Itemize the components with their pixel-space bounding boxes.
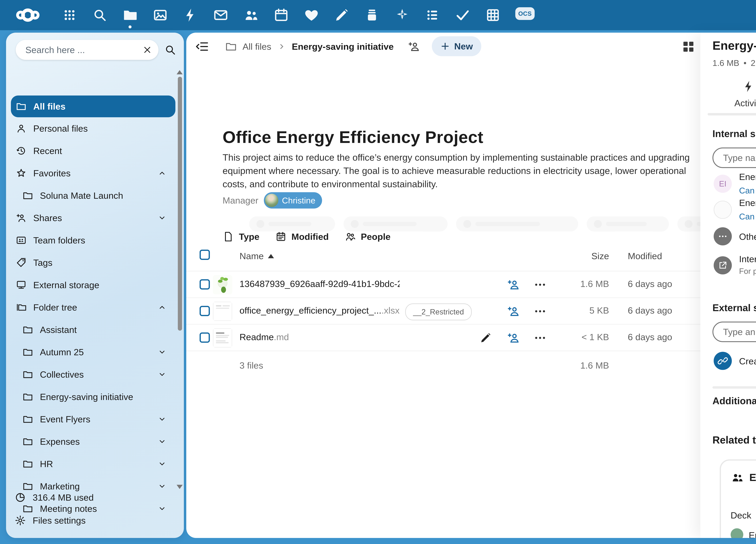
sidebar-item-event-flyers[interactable]: Event Flyers (11, 408, 175, 430)
file-modified: 6 days ago (628, 278, 672, 289)
column-size[interactable]: Size (536, 251, 609, 261)
internal-link-subtitle: For people who already have access (739, 267, 756, 275)
sidebar-item-label: Shares (33, 213, 62, 223)
file-row-readme[interactable]: Readme.md < 1 KB 6 days ago (186, 324, 704, 351)
search-app-icon[interactable] (92, 7, 108, 23)
details-title: Energy-saving initiative (712, 39, 756, 53)
breadcrumb-current[interactable]: Energy-saving initiative (292, 41, 394, 52)
calendar-app-icon[interactable] (273, 7, 289, 23)
share-add-icon[interactable] (507, 304, 520, 318)
others-label: Others with access (739, 232, 756, 242)
tasks-app-icon[interactable] (425, 7, 440, 23)
share-add-icon[interactable] (507, 331, 520, 344)
chevron-up-icon[interactable] (157, 168, 167, 178)
ghost-chip (249, 217, 335, 232)
manager-chip[interactable]: Christine (264, 192, 322, 209)
photos-app-icon[interactable] (152, 7, 168, 23)
chevron-down-icon[interactable] (157, 459, 167, 469)
row-checkbox[interactable] (200, 306, 210, 316)
filter-type[interactable]: Type (223, 231, 259, 243)
row-checkbox[interactable] (200, 279, 210, 289)
file-row-xlsx[interactable]: office_energy_efficiency_project_....xls… (186, 297, 704, 324)
nextcloud-logo-icon[interactable] (15, 6, 41, 24)
sidebar-item-autumn-25[interactable]: Autumn 25 (11, 341, 175, 363)
tables-app-icon[interactable] (485, 7, 501, 23)
search-submit-icon[interactable] (164, 44, 177, 56)
tag-icon (16, 257, 27, 268)
filter-modified[interactable]: Modified (275, 231, 329, 243)
edit-pencil-icon[interactable] (479, 331, 492, 344)
chevron-down-icon[interactable] (157, 213, 167, 223)
sidebar-item-team-folders[interactable]: Team folders (11, 229, 175, 252)
column-name[interactable]: Name (240, 251, 274, 261)
sidebar-item-soluna-mate-launch[interactable]: Soluna Mate Launch (11, 184, 175, 207)
sidebar-item-hr[interactable]: HR (11, 453, 175, 475)
share-folder-icon[interactable] (408, 40, 420, 53)
filter-people[interactable]: People (344, 231, 391, 243)
folder-icon (22, 414, 33, 425)
tab-activity[interactable]: Activity (709, 80, 756, 108)
approvals-app-icon[interactable] (455, 7, 471, 23)
sidebar: All files Personal files Recent Favorite… (6, 33, 184, 538)
chevron-down-icon[interactable] (157, 481, 167, 491)
sidebar-scrollbar[interactable] (178, 77, 182, 331)
chevron-down-icon[interactable] (157, 347, 167, 357)
deck-app-icon[interactable] (364, 7, 380, 23)
related-card-item-label: Energy Efficiency Project (749, 530, 756, 538)
sidebar-scroll-up[interactable] (177, 70, 183, 74)
share-add-icon[interactable] (507, 278, 520, 291)
chevron-down-icon[interactable] (157, 414, 167, 424)
mail-app-icon[interactable] (213, 7, 229, 23)
breadcrumb-root[interactable]: All files (243, 41, 271, 52)
sidebar-item-personal-files[interactable]: Personal files (11, 117, 175, 140)
files-app-icon[interactable] (122, 7, 138, 23)
activity-app-icon[interactable] (183, 7, 198, 23)
column-modified[interactable]: Modified (628, 251, 662, 261)
sidebar-item-energy-saving-initiative[interactable]: Energy-saving initiative (11, 386, 175, 408)
sidebar-item-all-files[interactable]: All files (11, 96, 175, 117)
sidebar-scroll-down[interactable] (177, 485, 183, 489)
gear-icon (15, 515, 26, 526)
chevron-down-icon[interactable] (157, 370, 167, 379)
assistant-app-icon[interactable] (394, 7, 410, 23)
row-checkbox[interactable] (200, 332, 210, 343)
sidebar-search (16, 40, 158, 60)
contacts-app-icon[interactable] (243, 7, 259, 23)
select-all-checkbox[interactable] (200, 250, 210, 260)
share-permission-dropdown[interactable]: Can edit (739, 186, 756, 196)
file-row-jpg[interactable]: 136487939_6926aaff-92d9-41b1-9bdc-2....j… (186, 271, 704, 298)
history-icon (16, 145, 27, 156)
search-input[interactable] (24, 44, 142, 56)
external-share-input[interactable] (722, 326, 756, 338)
grid-view-toggle-icon[interactable] (681, 39, 696, 54)
ocs-app-icon[interactable]: OCS (515, 7, 531, 23)
chevron-up-icon[interactable] (157, 302, 167, 312)
sidebar-item-folder-tree[interactable]: Folder tree (11, 296, 175, 318)
share-permission-dropdown[interactable]: Can edit (739, 212, 756, 222)
manager-name: Christine (282, 196, 315, 205)
health-app-icon[interactable] (304, 7, 319, 23)
internal-shares-heading: Internal shares (712, 128, 756, 139)
chevron-down-icon[interactable] (157, 437, 167, 446)
chevron-down-icon[interactable] (157, 504, 167, 513)
clear-search-icon[interactable] (142, 45, 152, 55)
app-grid-icon[interactable] (62, 7, 77, 23)
share-permission-label: Can edit (739, 186, 756, 196)
sidebar-item-expenses[interactable]: Expenses (11, 430, 175, 453)
sidebar-item-favorites[interactable]: Favorites (11, 162, 175, 184)
manager-label: Manager (223, 195, 258, 206)
collapse-sidebar-icon[interactable] (195, 39, 209, 54)
notes-app-icon[interactable] (334, 7, 350, 23)
sidebar-item-collectives[interactable]: Collectives (11, 363, 175, 386)
sidebar-item-tags[interactable]: Tags (11, 252, 175, 274)
sidebar-item-assistant-folder[interactable]: Assistant (11, 318, 175, 341)
sidebar-item-recent[interactable]: Recent (11, 140, 175, 162)
sidebar-item-shares[interactable]: Shares (11, 207, 175, 229)
internal-share-input[interactable] (722, 152, 756, 164)
chevron-right-icon (277, 42, 286, 51)
new-button[interactable]: New (432, 36, 481, 56)
sidebar-item-external-storage[interactable]: External storage (11, 274, 175, 296)
details-meta: 1.6 MB • 2 days ago • Owner Christine (Y… (712, 55, 756, 71)
files-settings-button[interactable]: Files settings (15, 511, 94, 529)
restricted-tag: __2_Restricted (405, 303, 472, 320)
